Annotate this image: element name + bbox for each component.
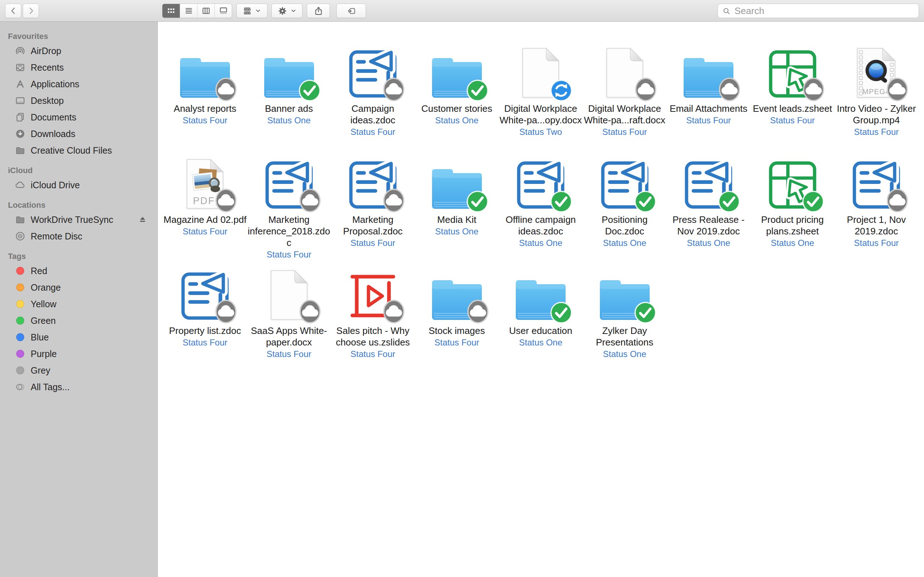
file-item-sales-pitch-why-choose-us-zslides[interactable]: Sales pitch - Why choose us.zslides Stat… xyxy=(331,262,415,373)
file-item-magazine-ad-02-pdf[interactable]: PDF Magazine Ad 02.pdf Status Four xyxy=(163,151,247,262)
tags-button[interactable] xyxy=(336,3,366,18)
sidebar-item-icloud-drive[interactable]: iCloud Drive xyxy=(0,177,157,193)
file-status-label[interactable]: Status One xyxy=(583,238,667,248)
file-status-label[interactable]: Status Four xyxy=(163,115,247,126)
sidebar-item-blue[interactable]: Blue xyxy=(0,329,157,345)
file-status-label[interactable]: Status One xyxy=(415,226,499,237)
file-status-label[interactable]: Status Four xyxy=(751,115,835,126)
eject-button[interactable] xyxy=(138,215,147,224)
file-item-media-kit[interactable]: Media Kit Status One xyxy=(415,151,499,262)
sidebar-item-creative-cloud-files[interactable]: Creative Cloud Files xyxy=(0,142,157,159)
file-item-event-leads-zsheet[interactable]: Event leads.zsheet Status Four xyxy=(751,40,835,151)
file-name: Banner ads xyxy=(247,103,331,114)
file-item-email-attachments[interactable]: Email Attachments Status Four xyxy=(667,40,750,151)
cloud-offline-badge-icon xyxy=(215,188,237,213)
file-status-label[interactable]: Status Four xyxy=(415,337,499,348)
sidebar-item-desktop[interactable]: Desktop xyxy=(0,92,157,109)
file-status-label[interactable]: Status Four xyxy=(163,226,247,237)
sync-status-badge xyxy=(215,77,237,102)
file-status-label[interactable]: Status Four xyxy=(163,337,247,348)
file-status-label[interactable]: Status One xyxy=(247,115,331,126)
file-status-label[interactable]: Status One xyxy=(667,238,750,248)
file-status-label[interactable]: Status One xyxy=(583,349,667,359)
file-status-label[interactable]: Status Four xyxy=(667,115,750,126)
sync-status-badge xyxy=(215,299,237,324)
share-button[interactable] xyxy=(307,3,330,18)
file-item-intro-video-zylker-group-mp4[interactable]: MPEG4 Intro Video - Zylker Group.mp4 Sta… xyxy=(835,40,918,151)
file-item-digital-workplace-white-pa-raft-docx[interactable]: Digital Workplace White-pa...raft.docx S… xyxy=(583,40,667,151)
file-item-positioning-doc-zdoc[interactable]: Positioning Doc.zdoc Status One xyxy=(583,151,667,262)
file-item-digital-workplace-white-pa-opy-docx[interactable]: Digital Workplace White-pa...opy.docx St… xyxy=(499,40,583,151)
file-item-saas-apps-white-paper-docx[interactable]: SaaS Apps White-paper.docx Status Four xyxy=(247,262,331,373)
search-input[interactable] xyxy=(717,3,919,18)
synced-check-badge-icon xyxy=(299,79,321,102)
file-item-offline-campaign-ideas-zdoc[interactable]: Offline campaign ideas.zdoc Status One xyxy=(499,151,583,262)
sidebar-item-purple[interactable]: Purple xyxy=(0,345,157,362)
sync-status-badge xyxy=(299,188,321,213)
file-item-marketing-inference-2018-zdoc[interactable]: Marketing inference_2018.zdoc Status Fou… xyxy=(247,151,331,262)
file-status-label[interactable]: Status One xyxy=(415,115,499,126)
file-status-label[interactable]: Status One xyxy=(751,238,835,248)
folder-icon xyxy=(15,145,26,156)
file-item-campaign-ideas-zdoc[interactable]: Campaign ideas.zdoc Status Four xyxy=(331,40,415,151)
sidebar-item-applications[interactable]: Applications xyxy=(0,76,157,92)
view-columns-button[interactable] xyxy=(197,4,215,18)
file-item-stock-images[interactable]: Stock images Status Four xyxy=(415,262,499,373)
file-status-label[interactable]: Status Two xyxy=(499,127,583,137)
chevron-down-icon xyxy=(290,8,297,14)
file-status-label[interactable]: Status Four xyxy=(835,127,918,137)
file-item-user-education[interactable]: User education Status One xyxy=(499,262,583,373)
forward-button[interactable] xyxy=(23,3,39,18)
syncing-badge-icon xyxy=(550,79,572,102)
sidebar-item-red[interactable]: Red xyxy=(0,263,157,279)
file-item-analyst-reports[interactable]: Analyst reports Status Four xyxy=(163,40,247,151)
actions-button[interactable] xyxy=(271,3,302,18)
synced-check-badge-icon xyxy=(466,79,489,102)
sidebar-item-green[interactable]: Green xyxy=(0,312,157,329)
tag-color-dot-icon xyxy=(16,350,24,358)
file-name: Magazine Ad 02.pdf xyxy=(163,214,247,226)
file-status-label[interactable]: Status Four xyxy=(331,238,415,248)
file-status-label[interactable]: Status Four xyxy=(331,349,415,359)
sidebar-item-downloads[interactable]: Downloads xyxy=(0,126,157,142)
synced-check-badge-icon xyxy=(634,301,657,324)
sidebar-item-label: Applications xyxy=(31,79,79,89)
file-status-label[interactable]: Status Four xyxy=(835,238,918,248)
sidebar-item-yellow[interactable]: Yellow xyxy=(0,296,157,312)
file-item-banner-ads[interactable]: Banner ads Status One xyxy=(247,40,331,151)
file-status-label[interactable]: Status Four xyxy=(583,127,667,137)
file-item-customer-stories[interactable]: Customer stories Status One xyxy=(415,40,499,151)
back-button[interactable] xyxy=(5,3,21,18)
file-item-marketing-proposal-zdoc[interactable]: Marketing Proposal.zdoc Status Four xyxy=(331,151,415,262)
file-item-product-pricing-plans-zsheet[interactable]: Product pricing plans.zsheet Status One xyxy=(751,151,835,262)
view-gallery-button[interactable] xyxy=(215,4,232,18)
sidebar-item-documents[interactable]: Documents xyxy=(0,109,157,126)
sidebar-item-all-tags[interactable]: All Tags... xyxy=(0,379,157,395)
folder-icon xyxy=(15,214,26,225)
group-button[interactable] xyxy=(236,3,267,18)
sidebar-item-airdrop[interactable]: AirDrop xyxy=(0,43,157,59)
file-name: Email Attachments xyxy=(667,103,750,114)
sidebar-item-recents[interactable]: Recents xyxy=(0,59,157,76)
file-thumbnail xyxy=(247,151,331,211)
file-item-zylker-day-presentations[interactable]: Zylker Day Presentations Status One xyxy=(583,262,667,373)
cloud-offline-badge-icon xyxy=(887,188,908,213)
sidebar-item-grey[interactable]: Grey xyxy=(0,362,157,379)
sidebar-item-orange[interactable]: Orange xyxy=(0,279,157,296)
recents-icon xyxy=(15,62,26,73)
sidebar-item-workdrive-truesync[interactable]: WorkDrive TrueSync xyxy=(0,211,157,228)
file-status-label[interactable]: Status Four xyxy=(247,249,331,260)
file-status-label[interactable]: Status Four xyxy=(247,349,331,359)
view-list-button[interactable] xyxy=(180,4,197,18)
sidebar-item-remote-disc[interactable]: Remote Disc xyxy=(0,228,157,245)
file-item-property-list-zdoc[interactable]: Property list.zdoc Status Four xyxy=(163,262,247,373)
file-name: User education xyxy=(499,325,583,337)
file-status-label[interactable]: Status One xyxy=(499,337,583,348)
synced-check-badge-icon xyxy=(550,301,572,324)
file-status-label[interactable]: Status One xyxy=(499,238,583,248)
file-status-label[interactable]: Status Four xyxy=(331,127,415,137)
file-item-press-realease-nov-2019-zdoc[interactable]: Press Realease - Nov 2019.zdoc Status On… xyxy=(667,151,750,262)
tag-color-dot-icon xyxy=(16,284,24,292)
file-item-project-1-nov-2019-zdoc[interactable]: Project 1, Nov 2019.zdoc Status Four xyxy=(835,151,918,262)
view-grid-button[interactable] xyxy=(162,4,180,18)
